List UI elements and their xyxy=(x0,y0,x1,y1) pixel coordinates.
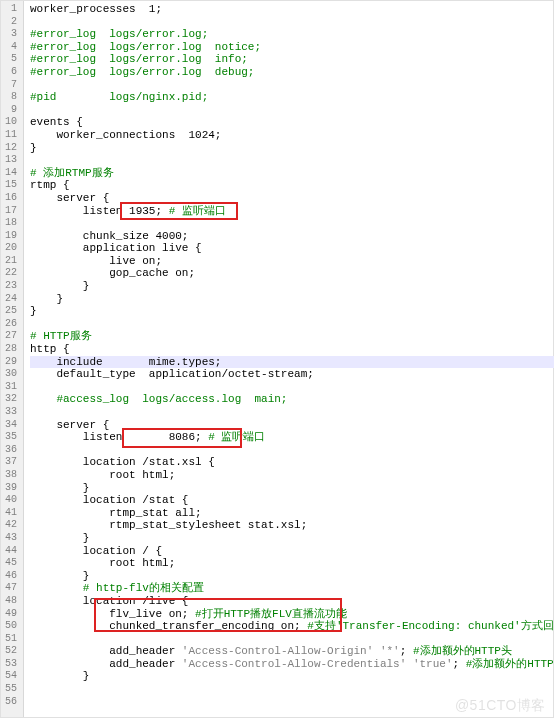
token-kw: application live { xyxy=(83,242,202,254)
line-number: 7 xyxy=(5,79,17,92)
code-line[interactable]: } xyxy=(30,482,554,495)
code-line[interactable]: #error_log logs/error.log notice; xyxy=(30,41,554,54)
watermark: @51CTO博客 xyxy=(455,699,546,712)
line-number: 8 xyxy=(5,91,17,104)
code-line[interactable]: #error_log logs/error.log info; xyxy=(30,53,554,66)
line-number: 10 xyxy=(5,116,17,129)
token-kw: ; xyxy=(182,230,189,242)
code-line[interactable]: # HTTP服务 xyxy=(30,330,554,343)
code-line[interactable] xyxy=(30,406,554,419)
code-line[interactable]: chunked_transfer_encoding on; #支持'Transf… xyxy=(30,620,554,633)
line-number: 34 xyxy=(5,419,17,432)
code-line[interactable]: } xyxy=(30,670,554,683)
code-line[interactable]: live on; xyxy=(30,255,554,268)
token-kw: server { xyxy=(56,192,109,204)
line-number: 27 xyxy=(5,330,17,343)
code-line[interactable] xyxy=(30,444,554,457)
code-line[interactable]: worker_connections 1024; xyxy=(30,129,554,142)
code-line[interactable] xyxy=(30,104,554,117)
code-line[interactable]: http { xyxy=(30,343,554,356)
code-line[interactable] xyxy=(30,683,554,696)
token-kw: add_header xyxy=(109,658,182,670)
line-number: 33 xyxy=(5,406,17,419)
code-line[interactable] xyxy=(30,16,554,29)
line-number: 19 xyxy=(5,230,17,243)
code-line[interactable]: location / { xyxy=(30,545,554,558)
line-number: 44 xyxy=(5,545,17,558)
line-number: 31 xyxy=(5,381,17,394)
code-line[interactable]: gop_cache on; xyxy=(30,267,554,280)
code-editor: 1234567891011121314151617181920212223242… xyxy=(0,0,554,718)
code-line[interactable]: location /stat.xsl { xyxy=(30,456,554,469)
code-line[interactable]: rtmp { xyxy=(30,179,554,192)
code-line[interactable]: } xyxy=(30,570,554,583)
code-line[interactable]: default_type application/octet-stream; xyxy=(30,368,554,381)
code-line[interactable]: #access_log logs/access.log main; xyxy=(30,393,554,406)
code-line[interactable] xyxy=(30,217,554,230)
code-line[interactable]: listen 8086; # 监听端口 xyxy=(30,431,554,444)
code-line[interactable]: } xyxy=(30,305,554,318)
token-kw: } xyxy=(83,280,90,292)
token-cmt: #access_log logs/access.log main; xyxy=(56,393,287,405)
token-cmt: #支持'Transfer-Encoding: chunked'方式回复 xyxy=(307,620,554,632)
code-line[interactable]: root html; xyxy=(30,469,554,482)
token-kw: flv_live on; xyxy=(109,608,195,620)
line-number: 40 xyxy=(5,494,17,507)
token-kw: ; xyxy=(195,431,208,443)
code-line[interactable]: } xyxy=(30,293,554,306)
line-number: 11 xyxy=(5,129,17,142)
code-line[interactable] xyxy=(30,154,554,167)
code-line[interactable]: } xyxy=(30,280,554,293)
code-line[interactable]: chunk_size 4000; xyxy=(30,230,554,243)
code-line[interactable]: events { xyxy=(30,116,554,129)
line-number: 22 xyxy=(5,267,17,280)
code-line[interactable]: } xyxy=(30,142,554,155)
token-kw: ; xyxy=(155,205,168,217)
token-num: 1024 xyxy=(188,129,214,141)
token-cmt: #添加额外的HTTP头 xyxy=(466,658,554,670)
line-number: 32 xyxy=(5,393,17,406)
code-line[interactable]: rtmp_stat all; xyxy=(30,507,554,520)
code-area[interactable]: worker_processes 1; #error_log logs/erro… xyxy=(24,1,554,717)
code-line[interactable]: add_header 'Access-Control-Allow-Origin'… xyxy=(30,645,554,658)
code-line[interactable]: flv_live on; #打开HTTP播放FLV直播流功能 xyxy=(30,608,554,621)
code-line[interactable]: root html; xyxy=(30,557,554,570)
line-number: 23 xyxy=(5,280,17,293)
code-line[interactable]: rtmp_stat_stylesheet stat.xsl; xyxy=(30,519,554,532)
token-kw: location /live { xyxy=(83,595,189,607)
code-line[interactable]: server { xyxy=(30,192,554,205)
token-kw: gop_cache on; xyxy=(109,267,195,279)
code-line[interactable] xyxy=(30,318,554,331)
line-number: 55 xyxy=(5,683,17,696)
code-line[interactable] xyxy=(30,381,554,394)
code-line[interactable]: # 添加RTMP服务 xyxy=(30,167,554,180)
token-kw: listen xyxy=(83,431,169,443)
line-number: 4 xyxy=(5,41,17,54)
token-num: 1935 xyxy=(129,205,155,217)
code-line[interactable]: application live { xyxy=(30,242,554,255)
token-kw: } xyxy=(83,532,90,544)
line-number: 36 xyxy=(5,444,17,457)
code-line[interactable]: include mime.types; xyxy=(30,356,554,369)
code-line[interactable] xyxy=(30,633,554,646)
token-cmt: #打开HTTP播放FLV直播流功能 xyxy=(195,608,347,620)
code-line[interactable]: listen 1935; # 监听端口 xyxy=(30,205,554,218)
code-line[interactable]: location /stat { xyxy=(30,494,554,507)
line-number: 26 xyxy=(5,318,17,331)
line-number: 48 xyxy=(5,595,17,608)
token-kw: server { xyxy=(56,419,109,431)
code-line[interactable]: worker_processes 1; xyxy=(30,3,554,16)
code-line[interactable]: # http-flv的相关配置 xyxy=(30,582,554,595)
token-num: 4000 xyxy=(155,230,181,242)
token-kw: } xyxy=(83,670,90,682)
code-line[interactable]: #pid logs/nginx.pid; xyxy=(30,91,554,104)
code-line[interactable]: #error_log logs/error.log; xyxy=(30,28,554,41)
code-line[interactable]: } xyxy=(30,532,554,545)
code-line[interactable]: location /live { xyxy=(30,595,554,608)
code-line[interactable]: server { xyxy=(30,419,554,432)
code-line[interactable] xyxy=(30,79,554,92)
code-line[interactable]: #error_log logs/error.log debug; xyxy=(30,66,554,79)
code-line[interactable]: add_header 'Access-Control-Allow-Credent… xyxy=(30,658,554,671)
token-kw: ; xyxy=(400,645,413,657)
token-num: 8086 xyxy=(169,431,195,443)
